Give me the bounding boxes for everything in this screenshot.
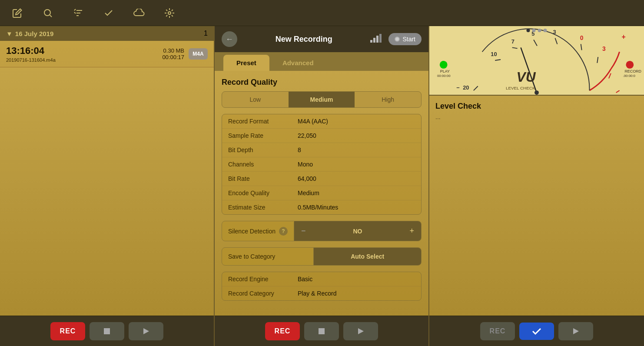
middle-title: New Recording bbox=[243, 35, 364, 44]
silence-value: NO bbox=[312, 228, 402, 235]
left-stop-button[interactable] bbox=[90, 322, 124, 340]
middle-rec-button[interactable]: REC bbox=[265, 322, 300, 340]
sort-icon[interactable] bbox=[70, 4, 87, 22]
middle-content: Record Quality Low Medium High Record Fo… bbox=[215, 71, 428, 316]
record-category-value: Play & Record bbox=[298, 290, 336, 297]
record-format-label: Record Format bbox=[228, 118, 298, 125]
vu-dot-1 bbox=[527, 29, 530, 32]
silence-detection-row: Silence Detection ? − NO + bbox=[222, 221, 422, 241]
recording-size: 0.30 MB bbox=[162, 47, 184, 54]
svg-marker-39 bbox=[573, 328, 579, 334]
left-play-button[interactable] bbox=[129, 322, 163, 340]
quality-high-button[interactable]: High bbox=[355, 92, 421, 107]
level-check-section: Level Check ... bbox=[429, 96, 644, 126]
date-label: 16 July 2019 bbox=[15, 30, 53, 37]
svg-text:.00:00:0: .00:00:0 bbox=[623, 74, 635, 78]
check-icon[interactable] bbox=[100, 4, 117, 22]
vu-dot-2 bbox=[532, 29, 536, 32]
recording-filename: 20190716-131604.m4a bbox=[6, 57, 162, 63]
svg-text:+: + bbox=[622, 33, 626, 40]
svg-point-0 bbox=[44, 10, 50, 16]
bottom-info-table: Record Engine Basic Record Category Play… bbox=[222, 272, 422, 301]
svg-rect-4 bbox=[370, 40, 372, 43]
recording-count: 1 bbox=[204, 30, 208, 37]
channels-value: Mono bbox=[298, 161, 313, 168]
cloud-icon[interactable] bbox=[130, 4, 148, 22]
middle-play-button[interactable] bbox=[343, 322, 378, 340]
vu-arc-svg: − 20 10 7 5 3 0 3 + VU LEVEL CHECK PLAY bbox=[429, 26, 644, 95]
quality-low-button[interactable]: Low bbox=[222, 92, 289, 107]
table-row: Record Format M4A (AAC) bbox=[222, 114, 421, 129]
settings-icon[interactable] bbox=[161, 4, 178, 22]
middle-panel: ← New Recording Start Preset Advanced Re… bbox=[215, 26, 429, 346]
sample-rate-value: 22,050 bbox=[298, 132, 316, 139]
estimate-size-label: Estimate Size bbox=[228, 204, 298, 211]
svg-text:−: − bbox=[456, 84, 460, 91]
recording-format-badge: M4A bbox=[189, 48, 208, 60]
left-panel: ▼ 16 July 2019 1 13:16:04 20190716-13160… bbox=[0, 26, 215, 346]
right-panel: − 20 10 7 5 3 0 3 + VU LEVEL CHECK PLAY bbox=[429, 26, 644, 346]
record-engine-label: Record Engine bbox=[228, 276, 298, 283]
table-row: Record Engine Basic bbox=[222, 272, 421, 286]
top-toolbar bbox=[0, 0, 644, 26]
svg-point-30 bbox=[534, 90, 539, 95]
search-icon[interactable] bbox=[39, 4, 56, 22]
table-row: Bit Depth 8 bbox=[222, 143, 421, 157]
svg-text:3: 3 bbox=[553, 29, 556, 35]
middle-stop-button[interactable] bbox=[304, 322, 339, 340]
recording-info: 13:16:04 20190716-131604.m4a bbox=[6, 45, 162, 63]
help-icon[interactable]: ? bbox=[279, 227, 288, 236]
tab-advanced[interactable]: Advanced bbox=[269, 55, 327, 71]
recording-timestamp: 13:16:04 bbox=[6, 45, 162, 57]
table-row: Encode Quality Medium bbox=[222, 186, 421, 200]
quality-medium-button[interactable]: Medium bbox=[289, 92, 355, 107]
svg-text:VU: VU bbox=[517, 69, 536, 85]
right-check-button[interactable] bbox=[519, 323, 554, 340]
left-rec-button[interactable]: REC bbox=[50, 322, 85, 340]
save-category-row: Save to Category Auto Select bbox=[222, 247, 422, 266]
auto-select-button[interactable]: Auto Select bbox=[314, 248, 421, 265]
svg-text:RECORD: RECORD bbox=[624, 69, 641, 73]
record-category-label: Record Category bbox=[228, 290, 298, 297]
bit-depth-value: 8 bbox=[298, 146, 301, 153]
record-format-value: M4A (AAC) bbox=[298, 118, 328, 125]
vu-dots bbox=[527, 29, 547, 32]
svg-text:20: 20 bbox=[463, 84, 469, 91]
silence-detection-label: Silence Detection ? bbox=[222, 222, 294, 241]
table-row: Channels Mono bbox=[222, 157, 421, 172]
bit-rate-label: Bit Rate bbox=[228, 175, 298, 182]
left-bottom-controls: REC bbox=[0, 316, 214, 346]
tab-preset[interactable]: Preset bbox=[223, 55, 269, 71]
silence-increase-button[interactable]: + bbox=[402, 221, 421, 241]
tab-bar: Preset Advanced bbox=[215, 52, 428, 71]
estimate-size-value: 0.5MB/Minutes bbox=[298, 204, 338, 211]
svg-text:3: 3 bbox=[602, 45, 606, 52]
svg-point-33 bbox=[440, 61, 448, 69]
recording-item[interactable]: 13:16:04 20190716-131604.m4a 0.30 MB 00:… bbox=[0, 41, 214, 67]
quality-selector: Low Medium High bbox=[222, 91, 422, 108]
info-table: Record Format M4A (AAC) Sample Rate 22,0… bbox=[222, 114, 422, 215]
bit-depth-label: Bit Depth bbox=[228, 146, 298, 153]
right-play-button[interactable] bbox=[558, 322, 593, 340]
middle-bottom-controls: REC bbox=[215, 316, 428, 346]
record-engine-value: Basic bbox=[298, 276, 312, 283]
encode-quality-value: Medium bbox=[298, 190, 319, 196]
edit-icon[interactable] bbox=[9, 4, 26, 22]
svg-point-36 bbox=[626, 61, 634, 69]
recording-meta: 0.30 MB 00:00:17 bbox=[162, 47, 184, 60]
svg-rect-5 bbox=[373, 38, 375, 43]
record-indicator bbox=[395, 37, 400, 42]
silence-decrease-button[interactable]: − bbox=[294, 221, 313, 241]
svg-text:7: 7 bbox=[511, 38, 515, 45]
start-button[interactable]: Start bbox=[388, 33, 422, 45]
svg-rect-8 bbox=[319, 328, 325, 334]
encode-quality-label: Encode Quality bbox=[228, 190, 298, 196]
back-button[interactable]: ← bbox=[222, 31, 237, 47]
start-label: Start bbox=[402, 36, 415, 43]
table-row: Record Category Play & Record bbox=[222, 286, 421, 300]
svg-marker-3 bbox=[143, 328, 149, 334]
table-row: Bit Rate 64,000 bbox=[222, 172, 421, 186]
chevron-down-icon: ▼ bbox=[6, 30, 13, 37]
date-header: ▼ 16 July 2019 bbox=[6, 30, 53, 37]
right-rec-button[interactable]: REC bbox=[480, 322, 515, 340]
